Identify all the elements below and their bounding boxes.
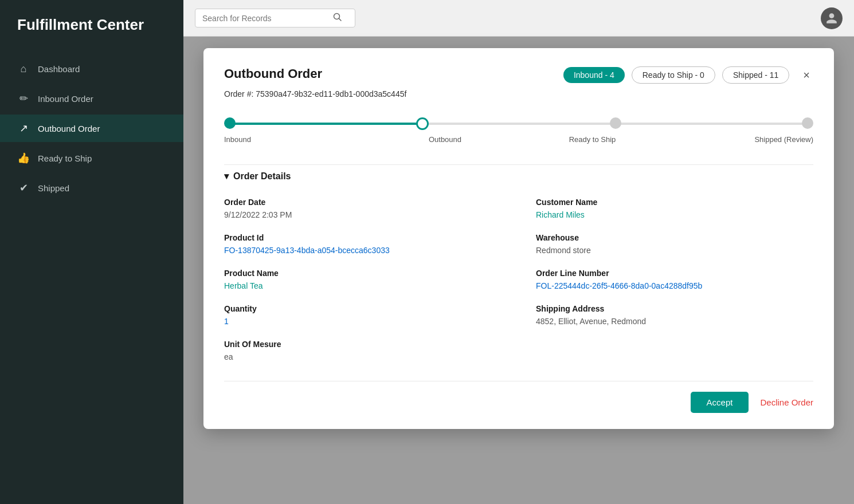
svg-line-1: [339, 19, 342, 21]
search-box[interactable]: [195, 9, 355, 27]
chevron-down-icon: ▾: [224, 171, 229, 182]
details-left-column: Order Date 9/12/2022 2:03 PM Product Id …: [224, 198, 502, 375]
detail-label-shipping-address: Shipping Address: [536, 304, 813, 313]
detail-value-product-name: Herbal Tea: [224, 281, 502, 290]
pill-shipped[interactable]: Shipped - 11: [722, 66, 789, 84]
sidebar: Fulfillment Center ⌂ Dashboard ✏ Inbound…: [0, 0, 183, 504]
sidebar-label-shipped: Shipped: [38, 183, 69, 193]
accept-button[interactable]: Accept: [691, 392, 749, 413]
detail-label-product-id: Product Id: [224, 233, 502, 242]
pill-ready-to-ship[interactable]: Ready to Ship - 0: [632, 66, 715, 84]
detail-shipping-address: Shipping Address 4852, Elliot, Avenue, R…: [536, 304, 813, 326]
detail-label-quantity: Quantity: [224, 304, 502, 313]
detail-value-customer-name: Richard Miles: [536, 210, 813, 219]
detail-quantity: Quantity 1: [224, 304, 502, 326]
sidebar-item-ready-to-ship[interactable]: 👍 Ready to Ship: [0, 144, 183, 172]
arrow-up-right-icon: ↗: [17, 122, 30, 135]
details-grid: Order Date 9/12/2022 2:03 PM Product Id …: [224, 198, 813, 375]
detail-order-line-number: Order Line Number FOL-225444dc-26f5-4666…: [536, 269, 813, 290]
modal: Outbound Order Inbound - 4 Ready to Ship…: [203, 48, 834, 429]
sidebar-label-outbound-order: Outbound Order: [38, 124, 100, 133]
thumbs-up-icon: 👍: [17, 152, 30, 164]
sidebar-label-ready-to-ship: Ready to Ship: [38, 153, 92, 163]
progress-labels: Inbound Outbound Ready to Ship Shipped (…: [224, 135, 813, 144]
order-number-value: 75390a47-9b32-ed11-9db1-000d3a5c445f: [256, 89, 406, 99]
close-button[interactable]: ×: [800, 68, 813, 82]
sidebar-nav: ⌂ Dashboard ✏ Inbound Order ↗ Outbound O…: [0, 51, 183, 206]
home-icon: ⌂: [17, 63, 30, 75]
detail-warehouse: Warehouse Redmond store: [536, 233, 813, 255]
step-dot-ready-to-ship: [610, 117, 621, 129]
step-label-outbound: Outbound: [371, 135, 519, 144]
progress-track: [224, 117, 813, 131]
pill-inbound[interactable]: Inbound - 4: [563, 67, 625, 83]
detail-value-shipping-address: 4852, Elliot, Avenue, Redmond: [536, 317, 813, 326]
sidebar-item-inbound-order[interactable]: ✏ Inbound Order: [0, 85, 183, 112]
step-label-shipped: Shipped (Review): [666, 135, 813, 144]
detail-value-quantity: 1: [224, 317, 502, 326]
step-dot-outbound: [416, 117, 429, 130]
detail-label-customer-name: Customer Name: [536, 198, 813, 207]
avatar: [821, 7, 843, 29]
sidebar-item-outbound-order[interactable]: ↗ Outbound Order: [0, 115, 183, 142]
detail-value-product-id: FO-13870425-9a13-4bda-a054-bcecca6c3033: [224, 246, 502, 255]
main-area: Outbound Order Inbound - 4 Ready to Ship…: [183, 0, 854, 504]
detail-label-product-name: Product Name: [224, 269, 502, 278]
modal-title: Outbound Order: [224, 66, 322, 81]
edit-icon: ✏: [17, 92, 30, 105]
app-title: Fulfillment Center: [0, 0, 183, 51]
detail-label-warehouse: Warehouse: [536, 233, 813, 242]
detail-unit-of-mesure: Unit Of Mesure ea: [224, 340, 502, 361]
detail-label-order-date: Order Date: [224, 198, 502, 207]
modal-header: Outbound Order Inbound - 4 Ready to Ship…: [224, 66, 813, 84]
modal-footer: Accept Decline Order: [224, 381, 813, 413]
detail-label-unit-of-mesure: Unit Of Mesure: [224, 340, 502, 349]
step-label-ready-to-ship: Ready to Ship: [519, 135, 666, 144]
detail-value-warehouse: Redmond store: [536, 246, 813, 255]
detail-customer-name: Customer Name Richard Miles: [536, 198, 813, 219]
detail-product-name: Product Name Herbal Tea: [224, 269, 502, 290]
details-right-column: Customer Name Richard Miles Warehouse Re…: [536, 198, 813, 375]
detail-value-order-line-number: FOL-225444dc-26f5-4666-8da0-0ac4288df95b: [536, 281, 813, 290]
sidebar-label-inbound-order: Inbound Order: [38, 94, 93, 104]
step-dot-inbound: [224, 117, 236, 129]
order-number: Order #: 75390a47-9b32-ed11-9db1-000d3a5…: [224, 89, 813, 99]
order-details-title: Order Details: [233, 171, 291, 182]
order-details-header[interactable]: ▾ Order Details: [224, 164, 813, 187]
modal-header-right: Inbound - 4 Ready to Ship - 0 Shipped - …: [563, 66, 813, 84]
step-label-inbound: Inbound: [224, 135, 371, 144]
modal-backdrop: Outbound Order Inbound - 4 Ready to Ship…: [183, 37, 854, 504]
sidebar-item-shipped[interactable]: ✔ Shipped: [0, 174, 183, 202]
order-number-prefix: Order #:: [224, 89, 253, 99]
topbar-right: [821, 7, 843, 29]
step-dot-shipped: [802, 117, 813, 129]
search-icon: [333, 13, 342, 23]
progress-steps: [224, 117, 813, 130]
sidebar-label-dashboard: Dashboard: [38, 64, 80, 74]
detail-product-id: Product Id FO-13870425-9a13-4bda-a054-bc…: [224, 233, 502, 255]
detail-value-unit-of-mesure: ea: [224, 352, 502, 361]
content-area: Outbound Order Inbound - 4 Ready to Ship…: [183, 37, 854, 504]
detail-order-date: Order Date 9/12/2022 2:03 PM: [224, 198, 502, 219]
topbar: [183, 0, 854, 37]
detail-value-order-date: 9/12/2022 2:03 PM: [224, 210, 502, 219]
search-input[interactable]: [202, 14, 328, 23]
progress-track-container: Inbound Outbound Ready to Ship Shipped (…: [224, 111, 813, 160]
sidebar-item-dashboard[interactable]: ⌂ Dashboard: [0, 56, 183, 82]
decline-button[interactable]: Decline Order: [760, 397, 813, 407]
detail-label-order-line-number: Order Line Number: [536, 269, 813, 278]
check-circle-icon: ✔: [17, 182, 30, 194]
